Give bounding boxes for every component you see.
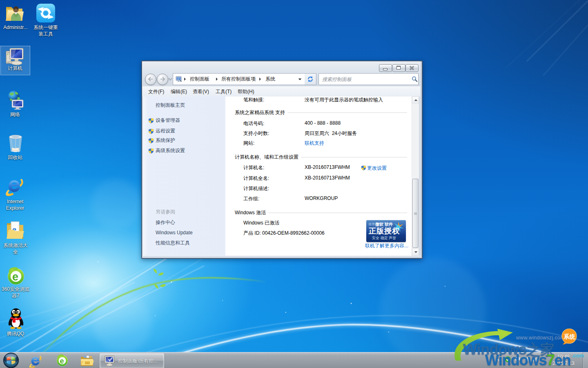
- svg-text:e: e: [60, 357, 64, 365]
- svg-text:e: e: [12, 271, 18, 283]
- svg-text:系统: 系统: [564, 333, 576, 340]
